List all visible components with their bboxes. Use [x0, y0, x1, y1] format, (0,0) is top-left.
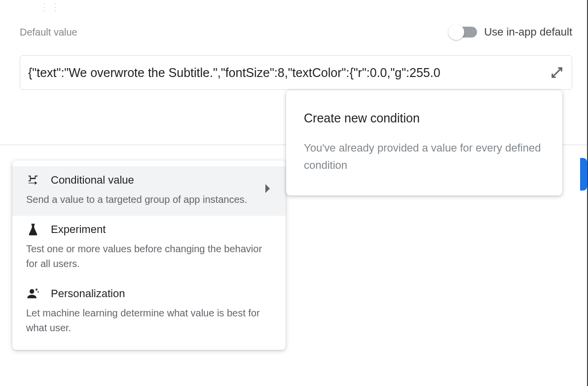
default-value-input[interactable]: {"text":"We overwrote the Subtitle.","fo…: [20, 55, 572, 90]
popover-text: You've already provided a value for ever…: [304, 139, 545, 174]
personalization-title: Personalization: [51, 287, 125, 300]
experiment-title: Experiment: [51, 223, 106, 236]
default-value-label: Default value: [20, 27, 77, 38]
chevron-right-icon: [265, 184, 270, 193]
conditional-desc: Send a value to a targeted group of app …: [26, 192, 272, 207]
menu-item-personalization[interactable]: Personalization Let machine learning det…: [12, 280, 286, 344]
personalization-desc: Let machine learning determine what valu…: [26, 306, 272, 335]
remote-config-panel: ⋮⋮ Default value Use in-app default {"te…: [0, 0, 588, 386]
default-value-text: {"text":"We overwrote the Subtitle.","fo…: [28, 66, 546, 80]
use-in-app-default-wrap: Use in-app default: [451, 26, 572, 39]
conditional-title: Conditional value: [51, 174, 134, 187]
create-condition-popover: Create new condition You've already prov…: [286, 90, 562, 195]
default-value-row: Default value Use in-app default: [20, 26, 572, 39]
menu-item-head: Personalization: [26, 287, 272, 301]
svg-point-0: [30, 289, 34, 294]
menu-item-experiment[interactable]: Experiment Test one or more values befor…: [12, 216, 286, 280]
add-new-menu: Conditional value Send a value to a targ…: [12, 160, 286, 350]
use-in-app-default-label: Use in-app default: [484, 26, 572, 39]
expand-icon[interactable]: [550, 66, 564, 79]
experiment-icon: [26, 223, 40, 236]
experiment-desc: Test one or more values before changing …: [26, 241, 272, 271]
menu-item-head: Experiment: [26, 223, 272, 236]
menu-item-conditional[interactable]: Conditional value Send a value to a targ…: [12, 166, 286, 216]
drag-handle-icon[interactable]: ⋮⋮: [39, 1, 61, 13]
conditional-icon: [26, 173, 40, 187]
add-button-sliver[interactable]: [580, 158, 587, 191]
menu-item-head: Conditional value: [26, 173, 272, 187]
use-in-app-default-toggle[interactable]: [451, 27, 477, 38]
popover-title: Create new condition: [304, 111, 545, 125]
personalization-icon: [26, 287, 40, 301]
